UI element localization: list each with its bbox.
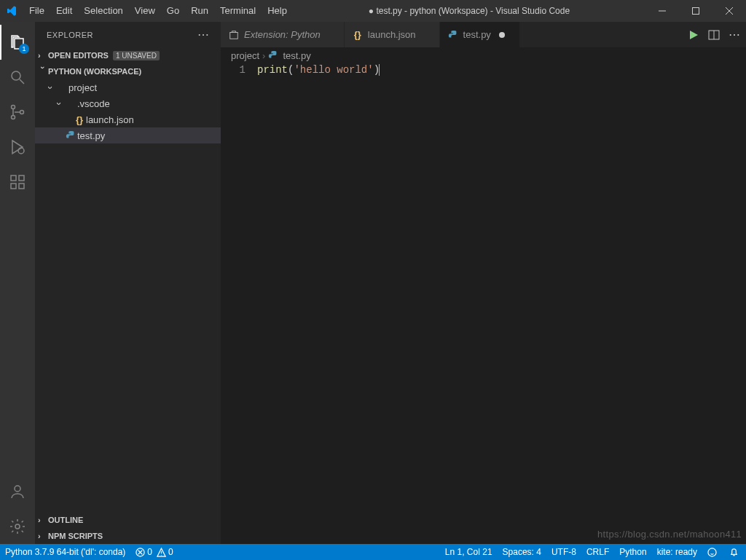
tree-item--vscode[interactable]: ›.vscode	[35, 95, 221, 111]
activity-explorer[interactable]: 1	[0, 25, 35, 60]
status-python[interactable]: Python 3.7.9 64-bit ('dl': conda)	[0, 544, 130, 560]
breadcrumb-file[interactable]: test.py	[283, 50, 310, 61]
sidebar: EXPLORER ⋯ › OPEN EDITORS 1 UNSAVED › PY…	[35, 22, 221, 544]
python-file-icon	[64, 130, 77, 141]
tab-label: Extension: Python	[244, 29, 321, 40]
status-feedback-icon[interactable]	[702, 544, 724, 560]
chevron-right-icon: ›	[38, 532, 48, 540]
tab-bar: Extension: Python{}launch.jsontest.py ⋯	[221, 22, 746, 47]
menu-go[interactable]: Go	[161, 0, 185, 22]
error-icon	[136, 548, 145, 557]
chevron-right-icon: ›	[38, 51, 48, 60]
svg-rect-12	[230, 32, 238, 39]
line-numbers: 1	[221, 63, 257, 544]
svg-rect-0	[693, 8, 699, 15]
svg-point-3	[12, 116, 15, 119]
svg-point-15	[708, 548, 716, 556]
editor-area: Extension: Python{}launch.jsontest.py ⋯ …	[221, 22, 746, 544]
tab-launch-json[interactable]: {}launch.json	[345, 22, 440, 47]
open-editors-section[interactable]: › OPEN EDITORS 1 UNSAVED	[35, 47, 221, 63]
explorer-more-icon[interactable]: ⋯	[197, 28, 210, 42]
activity-extensions[interactable]	[0, 165, 35, 200]
chevron-down-icon: ›	[39, 66, 47, 76]
minimize-button[interactable]	[645, 0, 679, 22]
svg-rect-6	[11, 176, 16, 181]
svg-point-11	[15, 524, 20, 529]
code-content[interactable]: print('hello world')	[257, 63, 380, 544]
breadcrumb[interactable]: project › test.py	[221, 47, 746, 63]
tree-item-label: .vscode	[77, 98, 221, 109]
json-file-icon: {}	[73, 114, 86, 125]
status-encoding[interactable]: UTF-8	[546, 544, 581, 560]
tab-label: launch.json	[368, 29, 416, 40]
tab-actions: ⋯	[688, 22, 746, 47]
workspace-section[interactable]: › PYTHON (WORKSPACE)	[35, 63, 221, 79]
tree-item-label: project	[68, 82, 221, 93]
npm-scripts-section[interactable]: › NPM SCRIPTS	[35, 528, 221, 544]
window-title: ● test.py - python (Workspace) - Visual …	[293, 6, 645, 16]
code-editor[interactable]: 1 print('hello world')	[221, 63, 746, 544]
chevron-icon: ›	[45, 82, 56, 92]
activity-bar: 1	[0, 22, 35, 544]
activity-search[interactable]	[0, 60, 35, 95]
svg-point-4	[20, 111, 24, 114]
warning-icon	[157, 548, 166, 557]
split-editor-icon[interactable]	[708, 29, 720, 41]
tree-item-launch-json[interactable]: {}launch.json	[35, 111, 221, 127]
status-spaces[interactable]: Spaces: 4	[498, 544, 546, 560]
watermark-text: https://blog.csdn.net/mahoon411	[597, 529, 742, 540]
activity-run[interactable]	[0, 130, 35, 165]
status-kite[interactable]: kite: ready	[652, 544, 702, 560]
cursor	[379, 64, 380, 76]
tab-extension-python[interactable]: Extension: Python	[221, 22, 345, 47]
json-file-icon: {}	[352, 29, 364, 41]
activity-scm[interactable]	[0, 95, 35, 130]
svg-point-10	[15, 486, 20, 492]
svg-rect-9	[19, 176, 24, 181]
chevron-right-icon: ›	[262, 50, 265, 61]
menu-help[interactable]: Help	[262, 0, 293, 22]
status-eol[interactable]: CRLF	[581, 544, 614, 560]
tree-item-test-py[interactable]: test.py	[35, 127, 221, 143]
explorer-header: EXPLORER ⋯	[35, 22, 221, 47]
python-file-icon	[447, 29, 459, 41]
menu-selection[interactable]: Selection	[78, 0, 128, 22]
menu-view[interactable]: View	[129, 0, 161, 22]
chevron-icon: ›	[54, 98, 65, 109]
svg-rect-8	[19, 184, 24, 189]
tree-item-label: test.py	[77, 130, 221, 141]
extension-icon	[228, 29, 240, 41]
status-language[interactable]: Python	[614, 544, 651, 560]
status-bar: Python 3.7.9 64-bit ('dl': conda) 0 0 Ln…	[0, 544, 746, 560]
unsaved-badge: 1 UNSAVED	[113, 51, 160, 60]
chevron-right-icon: ›	[38, 516, 48, 524]
window-controls	[645, 0, 746, 22]
menu-run[interactable]: Run	[185, 0, 214, 22]
file-tree: ›project›.vscode{}launch.jsontest.py	[35, 79, 221, 143]
dirty-indicator[interactable]	[497, 30, 507, 40]
close-button[interactable]	[712, 0, 746, 22]
vscode-icon	[6, 5, 17, 17]
svg-point-1	[12, 71, 20, 80]
editor-more-icon[interactable]: ⋯	[729, 28, 740, 42]
tree-item-label: launch.json	[86, 114, 221, 125]
tree-item-project[interactable]: ›project	[35, 79, 221, 95]
python-file-icon	[268, 50, 280, 61]
activity-account[interactable]	[0, 474, 35, 509]
status-bell-icon[interactable]	[724, 544, 746, 560]
maximize-button[interactable]	[679, 0, 712, 22]
menu-edit[interactable]: Edit	[50, 0, 78, 22]
menu-terminal[interactable]: Terminal	[214, 0, 262, 22]
title-bar: File Edit Selection View Go Run Terminal…	[0, 0, 746, 22]
tab-label: test.py	[463, 29, 491, 40]
outline-section[interactable]: › OUTLINE	[35, 512, 221, 528]
run-icon[interactable]	[688, 29, 699, 41]
tab-test-py[interactable]: test.py	[440, 22, 520, 47]
svg-point-2	[12, 106, 15, 109]
status-problems[interactable]: 0 0	[130, 544, 178, 560]
activity-badge: 1	[19, 44, 29, 54]
status-cursor[interactable]: Ln 1, Col 21	[440, 544, 498, 560]
menu-file[interactable]: File	[23, 0, 50, 22]
activity-settings[interactable]	[0, 509, 35, 544]
breadcrumb-folder[interactable]: project	[231, 50, 259, 61]
